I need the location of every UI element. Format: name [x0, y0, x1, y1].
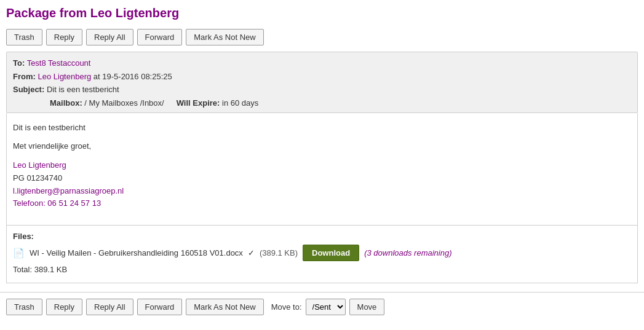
trash-button-top[interactable]: Trash: [6, 29, 42, 45]
from-field: From: Leo Ligtenberg at 19-5-2016 08:25:…: [13, 71, 631, 83]
bottom-toolbar: Trash Reply Reply All Forward Mark As No…: [0, 299, 644, 321]
body-line3: Leo Ligtenberg: [13, 160, 66, 170]
move-to-select[interactable]: /Sent: [306, 299, 346, 315]
body-line4: PG 01234740: [13, 173, 62, 183]
reply-all-button-top[interactable]: Reply All: [86, 29, 133, 45]
reply-all-button-bottom[interactable]: Reply All: [86, 299, 133, 315]
reply-button-top[interactable]: Reply: [46, 29, 82, 45]
top-toolbar: Trash Reply Reply All Forward Mark As No…: [6, 29, 638, 45]
file-size: (389.1 KB): [260, 248, 298, 257]
forward-button-bottom[interactable]: Forward: [137, 299, 183, 315]
mark-not-new-button-top[interactable]: Mark As Not New: [186, 29, 263, 45]
files-section: Files: 📄 WI - Veilig Mailen - Gebruikers…: [6, 226, 638, 283]
download-button[interactable]: Download: [303, 245, 359, 261]
expire-field: Will Expire: in 60 days: [177, 98, 259, 108]
mailbox-field: Mailbox: / My Mailboxes /Inbox/: [50, 98, 164, 108]
mailbox-row: Mailbox: / My Mailboxes /Inbox/ Will Exp…: [50, 98, 631, 108]
from-label: From:: [13, 72, 36, 81]
files-label: Files:: [13, 232, 631, 241]
body-name-link[interactable]: Leo Ligtenberg: [13, 160, 66, 170]
mailbox-label: Mailbox:: [50, 98, 82, 108]
body-line2: Met vriendelijke groet,: [13, 140, 631, 153]
subject-field: Subject: Dit is een testbericht: [13, 84, 631, 96]
mailbox-value: / My Mailboxes /Inbox/: [84, 98, 164, 108]
mark-not-new-button-bottom[interactable]: Mark As Not New: [186, 299, 263, 315]
page-title: Package from Leo Ligtenberg: [6, 6, 638, 20]
reply-button-bottom[interactable]: Reply: [46, 299, 82, 315]
body-line1: Dit is een testbericht: [13, 122, 631, 135]
file-checkmark-icon: ✓: [248, 248, 255, 257]
expire-value: in 60 days: [222, 98, 258, 108]
email-body: Dit is een testbericht Met vriendelijke …: [6, 113, 638, 226]
from-value[interactable]: Leo Ligtenberg: [38, 72, 91, 81]
file-name: WI - Veilig Mailen - Gebruikershandleidi…: [30, 248, 243, 257]
email-header: To: Test8 Testaccount From: Leo Ligtenbe…: [6, 52, 638, 113]
from-date: at 19-5-2016 08:25:25: [91, 72, 172, 81]
body-signature: Leo Ligtenberg PG 01234740 l.ligtenberg@…: [13, 159, 631, 210]
subject-value: Dit is een testbericht: [47, 85, 119, 94]
move-to-label: Move to:: [271, 302, 302, 312]
total-row: Total: 389.1 KB: [13, 265, 631, 274]
expire-label: Will Expire:: [177, 98, 220, 108]
divider: [0, 292, 644, 293]
subject-label: Subject:: [13, 85, 44, 94]
trash-button-bottom[interactable]: Trash: [6, 299, 42, 315]
to-value[interactable]: Test8 Testaccount: [27, 58, 91, 68]
downloads-remaining: (3 downloads remaining): [364, 248, 451, 257]
move-button[interactable]: Move: [349, 299, 385, 315]
file-row: 📄 WI - Veilig Mailen - Gebruikershandlei…: [13, 245, 631, 261]
to-field: To: Test8 Testaccount: [13, 57, 631, 69]
body-email-link[interactable]: l.ligtenberg@parnassiagroep.nl: [13, 186, 124, 195]
file-icon: 📄: [13, 248, 25, 259]
forward-button-top[interactable]: Forward: [137, 29, 183, 45]
body-phone-link[interactable]: Telefoon: 06 51 24 57 13: [13, 198, 101, 208]
to-label: To:: [13, 58, 25, 68]
